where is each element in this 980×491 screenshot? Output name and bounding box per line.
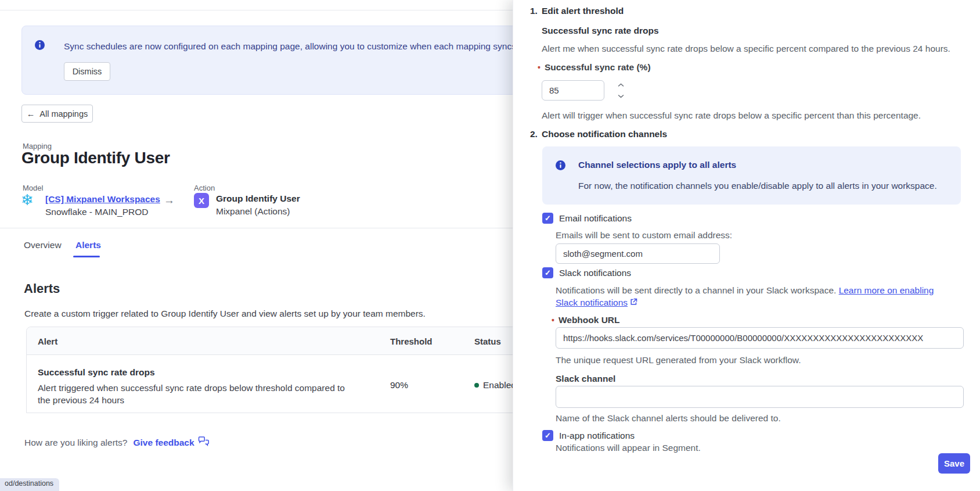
column-header-status: Status [474, 336, 501, 346]
action-subtitle: Mixpanel (Actions) [216, 206, 290, 217]
slack-channel-input[interactable] [556, 386, 964, 408]
status-dot [474, 383, 479, 388]
alert-row-description: Alert triggered when successful sync rat… [38, 382, 354, 406]
drawer: 1. Edit alert threshold Successful sync … [513, 0, 980, 491]
slack-channel-helper: Name of the Slack channel alerts should … [556, 413, 781, 424]
stepper-down-icon [618, 94, 624, 98]
stepper-up-icon [618, 83, 624, 87]
threshold-field-label: Successful sync rate (%) [538, 62, 651, 73]
status-badge: Enabled [474, 380, 516, 390]
alerts-description: Create a custom trigger related to Group… [24, 309, 426, 319]
alerts-heading: Alerts [24, 281, 60, 296]
mixpanel-icon: X [194, 193, 209, 208]
column-header-threshold: Threshold [390, 336, 433, 346]
alert-type-name: Successful sync rate drops [542, 26, 659, 36]
status-label: Enabled [483, 380, 516, 390]
email-checkbox[interactable]: ✓ [542, 213, 553, 224]
flow-arrow-icon: → [164, 194, 175, 207]
section-2-number: 2. [530, 129, 538, 139]
slack-label[interactable]: Slack notifications [559, 268, 631, 278]
action-name: Group Identify User [216, 193, 300, 204]
threshold-field [542, 80, 604, 101]
inapp-notifications-row: ✓ In-app notifications [542, 430, 635, 441]
email-input[interactable] [556, 243, 720, 264]
callout: Channel selections apply to all alerts F… [542, 146, 961, 205]
number-stepper[interactable] [616, 83, 625, 98]
action-label: Action [194, 184, 215, 192]
feedback-icon [198, 436, 210, 449]
section-1-title: Edit alert threshold [542, 6, 624, 16]
column-header-alert: Alert [38, 336, 57, 346]
alert-name: Successful sync rate drops [38, 367, 155, 378]
save-button[interactable]: Save [938, 453, 970, 474]
feedback-prompt: How are you liking alerts? [24, 438, 127, 448]
email-helper: Emails will be sent to custom email addr… [556, 230, 732, 241]
feedback-row: How are you liking alerts? Give feedback [24, 436, 210, 449]
callout-title: Channel selections apply to all alerts [578, 160, 736, 170]
webhook-input[interactable] [556, 327, 964, 349]
model-subtitle: Snowflake - MAIN_PROD [45, 207, 148, 217]
callout-body: For now, the notification channels you e… [578, 181, 937, 191]
email-notifications-row: ✓ Email notifications [542, 213, 632, 224]
info-icon [35, 40, 45, 52]
inapp-label[interactable]: In-app notifications [559, 431, 635, 441]
back-arrow-icon: ← [27, 109, 35, 119]
threshold-helper: Alert will trigger when successful sync … [542, 110, 921, 121]
inapp-helper: Notifications will appear in Segment. [556, 443, 701, 453]
slack-checkbox[interactable]: ✓ [542, 267, 553, 278]
slack-channel-label: Slack channel [556, 374, 615, 384]
back-button[interactable]: ← All mappings [21, 105, 93, 123]
banner-text: Sync schedules are now configured on eac… [64, 41, 518, 52]
email-label[interactable]: Email notifications [559, 213, 632, 224]
threshold-input[interactable] [542, 80, 604, 101]
tab-overview[interactable]: Overview [24, 240, 62, 259]
model-link[interactable]: [CS] Mixpanel Workspaces [45, 194, 160, 205]
status-chip: od/destinations [0, 478, 59, 491]
callout-info-icon [556, 160, 565, 173]
inapp-checkbox[interactable]: ✓ [542, 430, 553, 441]
dismiss-button[interactable]: Dismiss [64, 62, 110, 81]
threshold-value: 90% [390, 380, 408, 390]
section-1-number: 1. [530, 6, 538, 16]
webhook-label: Webhook URL [552, 315, 620, 325]
external-link-icon [630, 298, 637, 307]
snowflake-icon: ❄ [21, 192, 34, 207]
active-tab-underline [73, 256, 100, 257]
section-2-title: Choose notification channels [542, 129, 667, 139]
slack-helper: Notifications will be sent directly to a… [556, 284, 955, 309]
feedback-link[interactable]: Give feedback [133, 436, 209, 449]
webhook-helper: The unique request URL generated from yo… [556, 355, 801, 365]
page-title: Group Identify User [21, 149, 170, 167]
slack-notifications-row: ✓ Slack notifications [542, 267, 631, 278]
alert-type-description: Alert me when successful sync rate drops… [542, 44, 950, 54]
back-button-label: All mappings [39, 109, 88, 119]
